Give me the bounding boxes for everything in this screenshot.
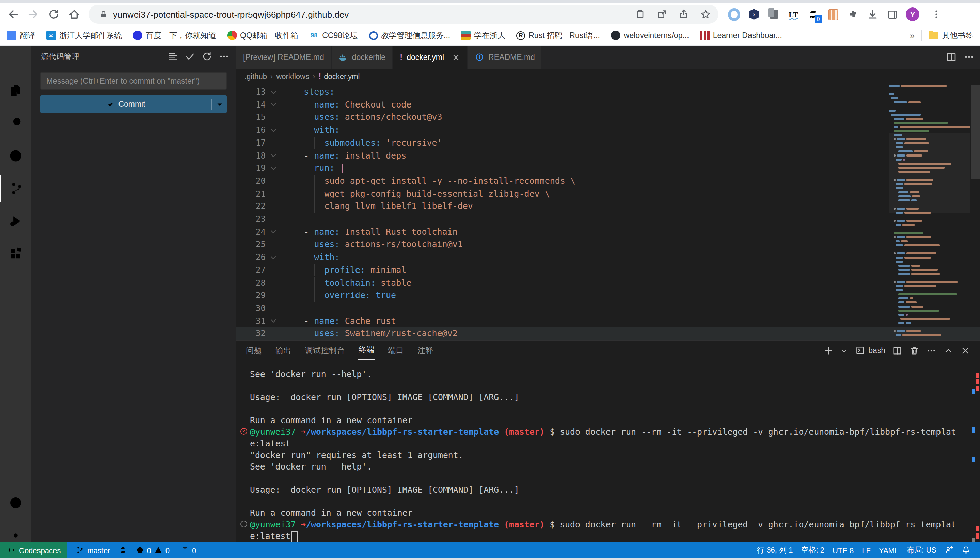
maximize-panel-icon[interactable] <box>943 345 953 355</box>
panel-tab-端口[interactable]: 端口 <box>388 341 404 360</box>
status-item[interactable]: UTF-8 <box>828 542 858 558</box>
bookmarks-overflow-chevron[interactable]: » <box>910 30 915 40</box>
tab-readme-md[interactable]: README.md <box>468 46 542 69</box>
reload-icon[interactable] <box>46 7 61 22</box>
commit-message-input[interactable]: Message (Ctrl+Enter to commit on "master… <box>40 72 227 90</box>
profile-avatar[interactable]: Y <box>906 7 920 21</box>
shell-selector[interactable]: bash <box>855 345 885 355</box>
code-editor[interactable]: 13 steps:14 - name: Checkout code15 uses… <box>236 84 980 340</box>
new-terminal-icon[interactable] <box>823 345 834 355</box>
share-icon[interactable] <box>677 8 690 20</box>
circle-extension-icon[interactable] <box>728 8 740 20</box>
commit-button[interactable]: Commit <box>40 95 227 113</box>
code-line[interactable]: 21 wget pkg-config build-essential zlib1… <box>236 187 980 200</box>
sync-status[interactable] <box>114 542 131 558</box>
code-line[interactable]: 23 <box>236 213 980 225</box>
problems-indicator[interactable]: 0 0 <box>131 542 174 558</box>
tab--preview-readme-md[interactable]: [Preview] README.md <box>236 46 332 69</box>
code-line[interactable]: 25 uses: actions-rs/toolchain@v1 <box>236 238 980 251</box>
bookmark-item[interactable]: 98CC98论坛 <box>309 30 358 40</box>
feedback-icon[interactable] <box>940 542 958 558</box>
bookmark-star-icon[interactable] <box>699 8 712 20</box>
breadcrumb-segment[interactable]: workflows <box>276 72 309 80</box>
forward-icon[interactable] <box>26 7 41 22</box>
code-line[interactable]: 26 with: <box>236 251 980 264</box>
back-icon[interactable] <box>5 7 20 22</box>
sync-extension-icon[interactable]: 0 <box>807 8 819 20</box>
github-icon[interactable] <box>0 142 31 170</box>
bars-extension-icon[interactable] <box>827 8 839 20</box>
code-line[interactable]: 14 - name: Checkout code <box>236 98 980 111</box>
fold-chevron-icon[interactable] <box>269 126 277 134</box>
code-line[interactable]: 18 - name: install deps <box>236 149 980 162</box>
languagetool-extension-icon[interactable]: LT <box>787 8 799 20</box>
search-icon[interactable] <box>0 110 31 137</box>
panel-tab-问题[interactable]: 问题 <box>246 341 262 360</box>
bookmark-item[interactable]: 教学管理信息服务... <box>369 30 450 40</box>
browser-menu-icon[interactable] <box>931 9 942 20</box>
kill-terminal-icon[interactable] <box>909 345 920 355</box>
panel-tab-输出[interactable]: 输出 <box>276 341 291 360</box>
breadcrumb[interactable]: .github›workflows› ! docker.yml <box>236 69 980 84</box>
status-item[interactable]: YAML <box>875 542 903 558</box>
view-as-list-icon[interactable] <box>167 51 179 62</box>
code-line[interactable]: 16 with: <box>236 124 980 137</box>
commit-dropdown-chevron[interactable] <box>212 100 227 108</box>
tab-dockerfile[interactable]: dockerfile <box>332 46 393 69</box>
lock-icon[interactable] <box>98 9 109 20</box>
panel-tab-调试控制台[interactable]: 调试控制台 <box>305 341 345 360</box>
bookmark-item[interactable]: 翻译 <box>7 30 35 40</box>
code-line[interactable]: 17 submodules: 'recursive' <box>236 137 980 149</box>
home-icon[interactable] <box>67 7 82 22</box>
branch-indicator[interactable]: master <box>72 542 114 558</box>
download-icon[interactable] <box>866 8 878 20</box>
commit-check-icon[interactable] <box>184 51 196 62</box>
panel-tab-注释[interactable]: 注释 <box>418 341 433 360</box>
fold-chevron-icon[interactable] <box>269 164 277 172</box>
address-bar[interactable]: yunwei37-potential-space-trout-rpr5qwj66… <box>89 5 719 24</box>
code-line[interactable]: 20 sudo apt-get install -y --no-install-… <box>236 175 980 187</box>
account-icon[interactable] <box>0 489 31 517</box>
bookmark-item[interactable]: 百度一下，你就知道 <box>133 30 216 40</box>
code-line[interactable]: 29 override: true <box>236 289 980 302</box>
side-panel-icon[interactable] <box>886 8 898 20</box>
code-line[interactable]: 19 run: | <box>236 162 980 175</box>
code-line[interactable]: 32 uses: Swatinem/rust-cache@v2 <box>236 328 980 340</box>
code-line[interactable]: 31 - name: Cache rust <box>236 315 980 327</box>
terminal-output[interactable]: See 'docker run --help'.Usage: docker ru… <box>236 360 970 542</box>
explorer-icon[interactable] <box>0 77 31 104</box>
code-line[interactable]: 27 profile: minimal <box>236 264 980 277</box>
status-item[interactable]: 行 36, 列 1 <box>753 542 797 558</box>
bookmark-item[interactable]: QQ邮箱 - 收件箱 <box>227 30 298 40</box>
fold-chevron-icon[interactable] <box>269 88 277 96</box>
panel-more-icon[interactable] <box>926 345 937 355</box>
url-text[interactable]: yunwei37-potential-space-trout-rpr5qwj66… <box>113 9 624 19</box>
fold-chevron-icon[interactable] <box>269 228 277 236</box>
code-line[interactable]: 28 toolchain: stable <box>236 277 980 289</box>
menu-icon[interactable] <box>0 48 31 75</box>
panel-tab-终端[interactable]: 终端 <box>359 341 375 360</box>
breadcrumb-file[interactable]: docker.yml <box>324 72 360 80</box>
more-actions-icon[interactable] <box>219 51 229 62</box>
shield-extension-icon[interactable]: › <box>748 8 760 20</box>
status-item[interactable]: 布局: US <box>903 542 940 558</box>
ports-indicator[interactable]: 0 <box>176 542 200 558</box>
split-editor-icon[interactable] <box>946 52 957 63</box>
remote-indicator[interactable]: Codespaces <box>0 542 67 558</box>
code-line[interactable]: 24 - name: Install Rust toolchain <box>236 225 980 238</box>
source-control-icon[interactable] <box>0 175 31 202</box>
close-tab-icon[interactable] <box>451 52 460 62</box>
code-line[interactable]: 15 uses: actions/checkout@v3 <box>236 111 980 124</box>
run-debug-icon[interactable] <box>0 208 31 235</box>
breadcrumb-segment[interactable]: .github <box>244 72 267 80</box>
fold-chevron-icon[interactable] <box>269 152 277 160</box>
fold-chevron-icon[interactable] <box>269 317 277 325</box>
pages-extension-icon[interactable] <box>768 8 780 20</box>
code-line[interactable]: 22 clang llvm libelf1 libelf-dev <box>236 200 980 213</box>
other-bookmarks-button[interactable]: 其他书签 <box>929 30 973 40</box>
bookmark-item[interactable]: weloveinterns/op... <box>611 31 689 40</box>
code-line[interactable]: 30 <box>236 302 980 315</box>
bookmark-item[interactable]: RRust 招聘 - Rust语... <box>516 30 600 40</box>
bookmark-item[interactable]: 学在浙大 <box>461 30 505 40</box>
extensions-icon[interactable] <box>0 240 31 267</box>
